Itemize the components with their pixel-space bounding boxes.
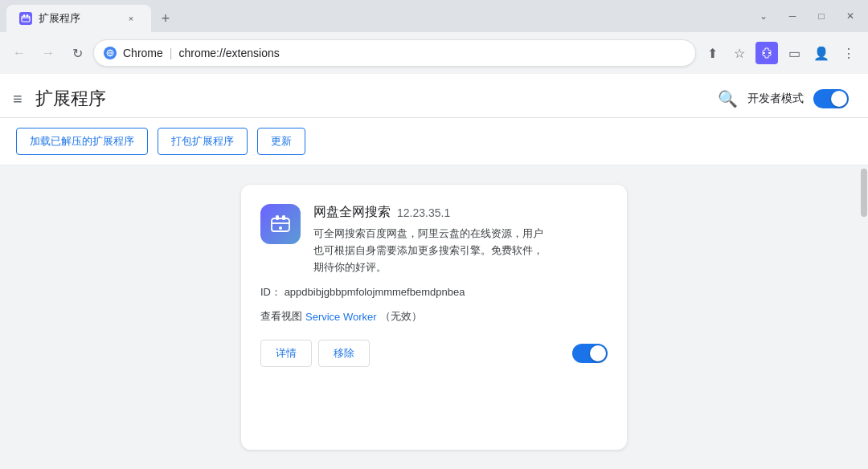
active-tab[interactable]: 扩展程序 × xyxy=(6,5,151,32)
svg-rect-7 xyxy=(282,215,285,220)
extension-info: 网盘全网搜索 12.23.35.1 可全网搜索百度网盘，阿里云盘的在线资源，用户… xyxy=(313,204,608,275)
window-controls: ⌄ ─ □ ✕ xyxy=(752,5,862,27)
address-separator: | xyxy=(170,47,173,59)
extension-card: 网盘全网搜索 12.23.35.1 可全网搜索百度网盘，阿里云盘的在线资源，用户… xyxy=(241,185,627,450)
close-button[interactable]: ✕ xyxy=(839,5,862,27)
refresh-icon: ↻ xyxy=(72,46,83,61)
browser-toolbar: ← → ↻ Chrome | chrome://extensions ⬆ ☆ xyxy=(0,32,868,74)
inactive-label: （无效） xyxy=(380,309,422,324)
new-tab-button[interactable]: + xyxy=(154,7,177,30)
scrollbar-track xyxy=(860,165,868,469)
svg-rect-6 xyxy=(276,215,279,220)
extension-id-row: ID： appdbibjgbbpmfolojmmmefbemdpnbea xyxy=(260,285,608,300)
minimize-icon: ─ xyxy=(789,10,796,22)
address-url-text: chrome://extensions xyxy=(178,47,279,59)
extensions-icon xyxy=(755,42,778,64)
close-icon: ✕ xyxy=(846,10,854,22)
sidebar-toggle-button[interactable]: ▭ xyxy=(781,40,807,66)
header-right: 🔍 开发者模式 xyxy=(718,89,849,108)
forward-icon: → xyxy=(42,46,55,60)
page-content: ≡ 扩展程序 🔍 开发者模式 加载已解压的扩展程序 打包扩展程序 更新 xyxy=(0,74,868,469)
back-icon: ← xyxy=(13,46,26,60)
star-icon: ☆ xyxy=(734,46,745,61)
svg-rect-2 xyxy=(27,14,28,17)
svg-rect-0 xyxy=(22,16,30,22)
extension-logo-svg xyxy=(268,212,293,236)
dev-mode-label: 开发者模式 xyxy=(747,92,804,106)
profile-icon: 👤 xyxy=(813,46,829,61)
card-bottom: 详情 移除 xyxy=(260,333,608,367)
forward-button[interactable]: → xyxy=(35,40,61,66)
extension-description: 可全网搜索百度网盘，阿里云盘的在线资源，用户也可根据自身需要添加更多搜索引擎。免… xyxy=(313,226,608,275)
window-titlebar: 扩展程序 × + ⌄ ─ □ ✕ xyxy=(0,0,868,32)
site-icon xyxy=(104,47,117,59)
tab-close-button[interactable]: × xyxy=(124,11,138,26)
name-row: 网盘全网搜索 12.23.35.1 xyxy=(313,204,608,221)
extension-toggle[interactable] xyxy=(572,344,608,363)
search-icon: 🔍 xyxy=(718,90,738,108)
pack-extension-button[interactable]: 打包扩展程序 xyxy=(158,128,248,155)
remove-button[interactable]: 移除 xyxy=(318,340,370,367)
dev-toolbar: 加载已解压的扩展程序 打包扩展程序 更新 xyxy=(0,118,868,165)
share-button[interactable]: ⬆ xyxy=(699,40,725,66)
extensions-header: ≡ 扩展程序 🔍 开发者模式 xyxy=(0,74,868,118)
chevron-down-icon: ⌄ xyxy=(760,10,768,22)
load-unpacked-button[interactable]: 加载已解压的扩展程序 xyxy=(16,128,148,155)
refresh-button[interactable]: ↻ xyxy=(64,40,90,66)
header-left: ≡ 扩展程序 xyxy=(13,87,106,111)
svg-rect-1 xyxy=(23,14,25,17)
service-worker-link[interactable]: Service Worker xyxy=(305,311,377,323)
share-icon: ⬆ xyxy=(707,46,718,61)
address-bar[interactable]: Chrome | chrome://extensions xyxy=(93,39,696,67)
tab-bar: 扩展程序 × + xyxy=(6,0,746,32)
details-button[interactable]: 详情 xyxy=(260,340,312,367)
action-buttons: 详情 移除 xyxy=(260,340,370,367)
menu-icon: ⋮ xyxy=(842,46,855,61)
hamburger-icon: ≡ xyxy=(13,90,23,108)
tab-favicon xyxy=(19,12,32,25)
svg-point-9 xyxy=(279,226,282,230)
page-title: 扩展程序 xyxy=(35,87,106,111)
extensions-toolbar-button[interactable] xyxy=(754,40,780,66)
sidebar-icon: ▭ xyxy=(788,46,800,61)
extensions-list: 网盘全网搜索 12.23.35.1 可全网搜索百度网盘，阿里云盘的在线资源，用户… xyxy=(0,165,868,469)
extension-links-row: 查看视图 Service Worker （无效） xyxy=(260,309,608,324)
bookmark-button[interactable]: ☆ xyxy=(727,40,752,66)
extension-name: 网盘全网搜索 xyxy=(313,204,391,221)
restore-icon: □ xyxy=(818,10,824,22)
dev-mode-toggle[interactable] xyxy=(813,89,849,108)
restore-button[interactable]: □ xyxy=(810,5,833,27)
update-button[interactable]: 更新 xyxy=(257,128,305,155)
menu-button[interactable]: ⋮ xyxy=(836,40,862,66)
extension-version: 12.23.35.1 xyxy=(397,206,450,219)
hamburger-menu-button[interactable]: ≡ xyxy=(13,90,23,108)
extension-icon xyxy=(260,204,301,244)
tab-title: 扩展程序 xyxy=(39,11,117,26)
toolbar-right-icons: ⬆ ☆ ▭ 👤 ⋮ xyxy=(699,40,862,66)
id-value: appdbibjgbbpmfolojmmmefbemdpnbea xyxy=(285,286,465,298)
scrollbar-thumb[interactable] xyxy=(861,169,867,217)
back-button[interactable]: ← xyxy=(6,40,32,66)
id-label: ID： xyxy=(260,286,281,298)
card-top: 网盘全网搜索 12.23.35.1 可全网搜索百度网盘，阿里云盘的在线资源，用户… xyxy=(260,204,608,275)
search-button[interactable]: 🔍 xyxy=(718,89,738,108)
view-label: 查看视图 xyxy=(260,309,302,324)
chevron-down-button[interactable]: ⌄ xyxy=(752,5,775,27)
profile-button[interactable]: 👤 xyxy=(809,40,834,66)
address-chrome-text: Chrome xyxy=(123,47,163,59)
minimize-button[interactable]: ─ xyxy=(781,5,804,27)
